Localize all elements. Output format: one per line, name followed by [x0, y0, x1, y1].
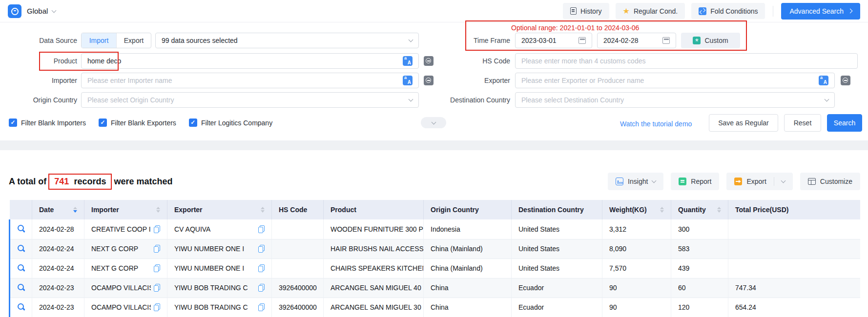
calendar-icon — [579, 37, 586, 44]
translate-icon[interactable] — [403, 76, 413, 85]
reset-button[interactable]: Reset — [784, 114, 821, 132]
tutorial-demo-link[interactable]: Watch the tutorial demo — [620, 120, 692, 128]
cell-exporter: YIWU NUMBER ONE I — [167, 239, 272, 258]
data-sources-select[interactable]: 99 data sources selected — [155, 33, 419, 48]
custom-range-button[interactable]: Custom — [681, 33, 740, 48]
destination-country-select[interactable]: Please select Destination Country — [515, 92, 835, 108]
view-detail-icon[interactable] — [17, 283, 25, 291]
records-word: records — [74, 177, 106, 187]
cell-exporter: YIWU NUMBER ONE I — [167, 258, 272, 278]
view-detail-icon[interactable] — [17, 244, 25, 252]
header-label: Total Price(USD) — [735, 206, 788, 214]
cell-quantity: 300 — [671, 219, 728, 239]
start-date-input[interactable]: 2023-03-01 — [515, 33, 592, 48]
data-source-import-option[interactable]: Import — [82, 33, 116, 48]
importer-name: OCAMPO VILLACIS — [91, 303, 151, 311]
cell-total-price — [728, 239, 860, 258]
chevron-down-icon — [409, 97, 413, 102]
match-mode-icon[interactable] — [841, 76, 850, 85]
cell-quantity: 120 — [671, 297, 728, 317]
cell-product: ARCANGEL SAN MIGUEL 30 — [324, 297, 424, 317]
regular-cond-label: Regular Cond. — [634, 7, 678, 15]
filter-blank-importers-checkbox[interactable]: Filter Blank Importers — [9, 119, 86, 127]
header-importer[interactable]: Importer — [84, 200, 167, 219]
header-label: Origin Country — [431, 206, 479, 214]
report-button[interactable]: Report — [671, 173, 719, 190]
exporter-placeholder: Please enter Exporter or Producer name — [521, 77, 819, 84]
end-date-input[interactable]: 2024-02-28 — [597, 33, 676, 48]
cell-weight: 90 — [602, 297, 671, 317]
importer-label: Importer — [10, 73, 77, 88]
destination-country-label: Destination Country — [417, 92, 510, 108]
exporter-name: YIWU NUMBER ONE I — [174, 245, 244, 253]
exporter-input[interactable]: Please enter Exporter or Producer name — [515, 73, 835, 88]
copy-icon[interactable] — [154, 264, 160, 272]
exporter-label: Exporter — [417, 73, 510, 88]
export-icon — [734, 178, 742, 185]
advanced-search-button[interactable]: Advanced Search — [781, 3, 860, 20]
filter-logistics-company-checkbox[interactable]: Filter Logitics Company — [189, 119, 272, 127]
records-count: 741 — [54, 177, 69, 187]
header-quantity[interactable]: Quantity — [671, 200, 728, 219]
translate-icon[interactable] — [819, 76, 828, 85]
view-detail-icon[interactable] — [17, 224, 25, 232]
results-summary: A total of 741 records were matched — [9, 174, 172, 190]
destination-country-placeholder: Please select Destination Country — [521, 96, 825, 104]
summary-suffix: were matched — [114, 177, 172, 187]
product-label: Product — [10, 53, 77, 69]
cell-total-price — [728, 258, 860, 278]
exporter-name: YIWU BOB TRADING C — [174, 303, 248, 311]
collapse-form-button[interactable] — [421, 117, 446, 128]
view-detail-icon[interactable] — [17, 264, 25, 272]
trade-data-search-screen: Global History ★ Regular Cond. Fold Cond… — [0, 0, 868, 317]
cell-weight: 90 — [602, 278, 671, 297]
copy-icon[interactable] — [154, 245, 160, 253]
view-detail-icon[interactable] — [17, 303, 25, 311]
cell-date: 2024-02-23 — [32, 278, 84, 297]
cell-hs-code — [272, 239, 324, 258]
data-source-export-option[interactable]: Export — [116, 33, 151, 48]
translate-icon[interactable] — [403, 56, 413, 66]
copy-icon[interactable] — [258, 303, 265, 311]
save-as-regular-button[interactable]: Save as Regular — [709, 114, 778, 132]
header-exporter[interactable]: Exporter — [167, 200, 272, 219]
history-label: History — [580, 7, 602, 15]
region-label: Global — [27, 7, 48, 15]
end-date-value: 2024-02-28 — [603, 37, 662, 44]
cell-destination: Ecuador — [512, 278, 602, 297]
sort-icon — [660, 207, 664, 213]
copy-icon[interactable] — [258, 245, 265, 253]
search-button[interactable]: Search — [827, 114, 862, 132]
section-divider — [0, 140, 868, 150]
region-selector[interactable]: Global — [27, 7, 56, 15]
table-row: 2024-02-28 CREATIVE COOP I CV AQUIVA WOO… — [10, 219, 860, 239]
chevron-down-icon[interactable] — [781, 178, 785, 183]
copy-icon[interactable] — [258, 225, 265, 233]
cell-hs-code: 3926400000 — [272, 278, 324, 297]
app-logo-icon — [8, 4, 21, 18]
origin-country-select[interactable]: Please select Origin Country — [81, 92, 419, 108]
regular-cond-button[interactable]: ★ Regular Cond. — [616, 3, 685, 19]
annotation-box-records: 741 records — [48, 174, 112, 190]
customize-button[interactable]: Customize — [800, 173, 860, 190]
sort-icon — [73, 207, 77, 213]
importer-input[interactable]: Please enter Importer name — [81, 73, 419, 88]
export-button[interactable]: Export — [726, 173, 792, 190]
chevron-down-icon — [825, 97, 829, 102]
filter-blank-exporters-checkbox[interactable]: Filter Blank Exporters — [99, 119, 176, 127]
copy-icon[interactable] — [154, 225, 160, 233]
insight-button[interactable]: Insight — [608, 173, 663, 190]
product-input[interactable]: home deco — [81, 53, 419, 69]
hs-code-input[interactable]: Please enter more than 4 customs codes — [515, 53, 858, 69]
cell-origin: China — [424, 278, 512, 297]
header-weight[interactable]: Weight(KG) — [602, 200, 671, 219]
copy-icon[interactable] — [258, 264, 265, 272]
history-button[interactable]: History — [563, 3, 609, 19]
copy-icon[interactable] — [154, 303, 160, 311]
cell-quantity: 583 — [671, 239, 728, 258]
cell-importer: OCAMPO VILLACIS — [84, 297, 167, 317]
header-date[interactable]: Date — [32, 200, 84, 219]
copy-icon[interactable] — [154, 284, 160, 292]
fold-conditions-button[interactable]: Fold Conditions — [691, 3, 765, 19]
copy-icon[interactable] — [258, 284, 265, 292]
